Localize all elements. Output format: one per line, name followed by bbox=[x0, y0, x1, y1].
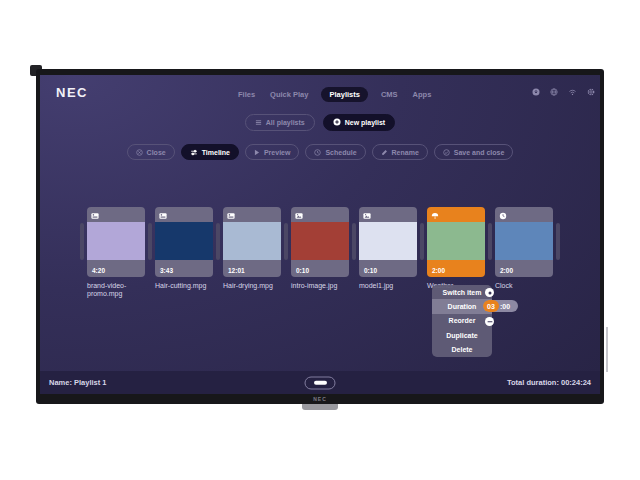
card-duration: 2:00 bbox=[495, 260, 553, 277]
menu-item-switch-item[interactable]: Switch item bbox=[432, 285, 492, 299]
timeline-item-model1[interactable]: 0:10 bbox=[359, 207, 417, 277]
schedule-label: Schedule bbox=[325, 149, 356, 156]
nec-screen-logo: NEC bbox=[56, 85, 88, 100]
card-duration: 0:10 bbox=[291, 260, 349, 277]
menu-item-delete[interactable]: Delete bbox=[432, 343, 492, 357]
nec-monitor-frame: NEC NEC Files Quick Play Playlists CMS A… bbox=[36, 69, 604, 404]
card-header bbox=[155, 207, 213, 222]
card-filename: model1.jpg bbox=[359, 282, 417, 290]
close-circle-icon bbox=[136, 149, 143, 156]
globe-icon[interactable] bbox=[550, 88, 558, 96]
nav-tab-playlists[interactable]: Playlists bbox=[321, 87, 367, 102]
pencil-icon bbox=[381, 149, 388, 156]
card-thumbnail bbox=[155, 222, 213, 260]
preview-button[interactable]: Preview bbox=[245, 144, 299, 160]
hide-panel-handle[interactable] bbox=[305, 376, 336, 389]
timeline-label: Timeline bbox=[202, 149, 230, 156]
drop-indicator[interactable] bbox=[284, 223, 288, 260]
monitor-logo-tab bbox=[302, 404, 338, 410]
menu-item-reorder[interactable]: Reorder bbox=[432, 314, 492, 328]
item-context-menu: Switch item Duration Reorder Duplicate D… bbox=[432, 285, 518, 358]
nav-tab-cms[interactable]: CMS bbox=[379, 87, 400, 102]
timeline-item-clock[interactable]: 2:00 bbox=[495, 207, 553, 277]
sliders-icon bbox=[190, 149, 198, 156]
card-duration: 12:01 bbox=[223, 260, 281, 277]
nav-tab-quick-play[interactable]: Quick Play bbox=[268, 87, 310, 102]
play-icon bbox=[254, 149, 260, 156]
timeline-button[interactable]: Timeline bbox=[181, 144, 239, 160]
card-header bbox=[359, 207, 417, 222]
duration-input[interactable]: 03 :00 bbox=[483, 300, 518, 312]
check-circle-icon bbox=[443, 149, 450, 156]
download-icon[interactable] bbox=[532, 88, 540, 96]
rename-button[interactable]: Rename bbox=[372, 144, 428, 160]
duration-seconds-segment[interactable]: :00 bbox=[499, 303, 510, 310]
save-and-close-label: Save and close bbox=[454, 149, 505, 156]
card-header bbox=[427, 207, 485, 222]
menu-item-duplicate[interactable]: Duplicate bbox=[432, 328, 492, 342]
wifi-icon[interactable] bbox=[568, 88, 577, 96]
status-icon-row bbox=[532, 88, 595, 96]
timeline-item-weather[interactable]: 2:00 bbox=[427, 207, 485, 277]
nav-tab-files[interactable]: Files bbox=[236, 87, 257, 102]
settings-icon[interactable] bbox=[587, 88, 595, 96]
clock-icon bbox=[314, 149, 321, 156]
card-filename: Hair-cutting.mpg bbox=[155, 282, 213, 290]
timeline-toolbar: Close Timeline Preview Schedule Rename bbox=[40, 144, 600, 160]
new-playlist-label: New playlist bbox=[345, 119, 385, 126]
plus-circle-icon bbox=[333, 118, 341, 127]
bezel-nec-logo: NEC bbox=[36, 396, 604, 402]
card-filename: intro-image.jpg bbox=[291, 282, 349, 290]
save-and-close-button[interactable]: Save and close bbox=[434, 144, 514, 160]
drop-indicator[interactable] bbox=[352, 223, 356, 260]
monitor-cable-line bbox=[606, 327, 608, 372]
close-label: Close bbox=[147, 149, 166, 156]
bottom-status-bar: Name: Playlist 1 Total duration: 00:24:2… bbox=[40, 371, 600, 394]
new-playlist-button[interactable]: New playlist bbox=[323, 114, 395, 131]
media-player-screen: NEC Files Quick Play Playlists CMS Apps bbox=[40, 75, 600, 394]
playlist-name-label: Name: Playlist 1 bbox=[49, 378, 107, 387]
card-header bbox=[495, 207, 553, 222]
timeline-item-brand-video[interactable]: 4:20 bbox=[87, 207, 145, 277]
card-duration: 2:00 bbox=[427, 260, 485, 277]
total-duration-label: Total duration: 00:24:24 bbox=[507, 378, 591, 387]
card-header bbox=[291, 207, 349, 222]
card-thumbnail bbox=[223, 222, 281, 260]
context-menu-panel: Switch item Duration Reorder Duplicate D… bbox=[432, 285, 492, 357]
drop-indicator[interactable] bbox=[556, 223, 560, 260]
drop-indicator[interactable] bbox=[80, 223, 84, 260]
hamburger-icon bbox=[255, 119, 262, 127]
card-duration: 0:10 bbox=[359, 260, 417, 277]
card-header bbox=[223, 207, 281, 222]
drop-indicator[interactable] bbox=[216, 223, 220, 260]
all-playlists-button[interactable]: All playlists bbox=[245, 114, 315, 131]
switch-item-target-icon[interactable] bbox=[485, 288, 494, 297]
playlist-actions-bar: All playlists New playlist bbox=[40, 114, 600, 131]
card-thumbnail bbox=[495, 222, 553, 260]
card-thumbnail bbox=[427, 222, 485, 260]
drop-indicator[interactable] bbox=[148, 223, 152, 260]
card-duration: 4:20 bbox=[87, 260, 145, 277]
main-nav: Files Quick Play Playlists CMS Apps bbox=[236, 87, 433, 102]
timeline-item-intro-image[interactable]: 0:10 bbox=[291, 207, 349, 277]
schedule-button[interactable]: Schedule bbox=[305, 144, 365, 160]
card-header bbox=[87, 207, 145, 222]
nav-tab-apps[interactable]: Apps bbox=[411, 87, 434, 102]
timeline-item-hair-drying[interactable]: 12:01 bbox=[223, 207, 281, 277]
card-thumbnail bbox=[359, 222, 417, 260]
all-playlists-label: All playlists bbox=[266, 119, 305, 126]
duration-minutes-segment[interactable]: 03 bbox=[483, 300, 499, 312]
timeline-item-hair-cutting[interactable]: 3:43 bbox=[155, 207, 213, 277]
product-photo-stage: NEC NEC Files Quick Play Playlists CMS A… bbox=[0, 0, 640, 480]
card-filename: brand-video-promo.mpg bbox=[87, 282, 145, 299]
card-thumbnail bbox=[87, 222, 145, 260]
close-button[interactable]: Close bbox=[127, 144, 175, 160]
card-duration: 3:43 bbox=[155, 260, 213, 277]
drop-indicator[interactable] bbox=[420, 223, 424, 260]
preview-label: Preview bbox=[264, 149, 290, 156]
reorder-handle-icon[interactable] bbox=[485, 317, 494, 326]
rename-label: Rename bbox=[392, 149, 419, 156]
card-thumbnail bbox=[291, 222, 349, 260]
drop-indicator[interactable] bbox=[488, 223, 492, 260]
card-filename: Hair-drying.mpg bbox=[223, 282, 281, 290]
